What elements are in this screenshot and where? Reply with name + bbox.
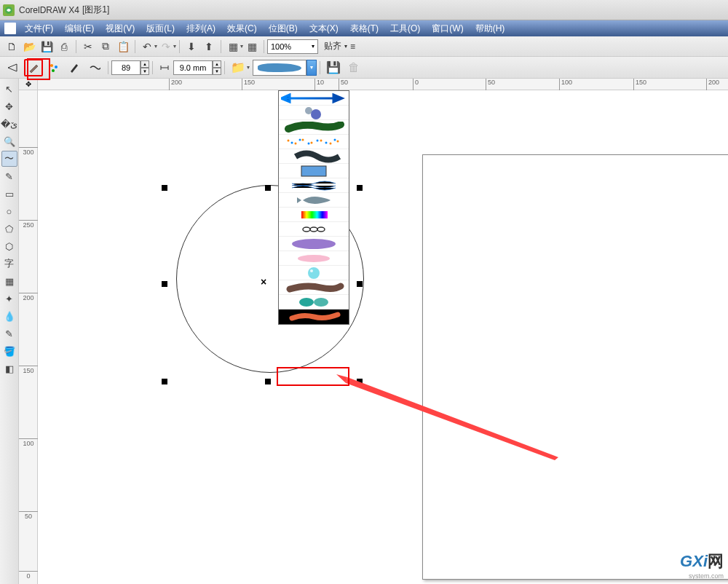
smoothing-spinner[interactable]: ▲▼: [141, 60, 149, 75]
menu-edit[interactable]: 编辑(E): [59, 21, 100, 36]
brush-stroke-preview[interactable]: [253, 60, 306, 76]
brush-item-green-stroke[interactable]: [279, 120, 349, 135]
zoom-combo[interactable]: 100% ▾: [267, 39, 318, 54]
svg-point-17: [325, 141, 328, 143]
watermark-wang: 网: [708, 552, 724, 570]
brush-dropdown-button[interactable]: ▾: [306, 60, 317, 76]
brush-item-teal-drops[interactable]: [279, 295, 349, 309]
redo-dropdown-icon[interactable]: ▾: [173, 43, 176, 50]
width-spinner[interactable]: ▲▼: [213, 60, 221, 75]
brush-item-twist-dark[interactable]: [279, 149, 349, 164]
copy-button[interactable]: ⧉: [98, 39, 114, 55]
menu-table[interactable]: 表格(T): [344, 21, 384, 36]
import-button[interactable]: ⬇: [183, 39, 199, 55]
shape-tool[interactable]: ✥: [1, 98, 17, 114]
redo-button[interactable]: ↷: [158, 39, 174, 55]
text-tool[interactable]: 字: [1, 256, 17, 272]
app-launcher-button[interactable]: ▦: [225, 39, 241, 55]
selection-center-icon[interactable]: ×: [261, 276, 266, 288]
menu-tools[interactable]: 工具(O): [384, 21, 426, 36]
delete-brush-button[interactable]: 🗑: [344, 59, 363, 76]
menu-window[interactable]: 窗口(W): [426, 21, 469, 36]
menu-text[interactable]: 文本(X): [304, 21, 344, 36]
brush-item-confetti[interactable]: [279, 135, 349, 149]
ellipse-tool[interactable]: ○: [1, 203, 17, 219]
eyedropper-tool[interactable]: 💧: [1, 308, 17, 324]
preset-tool-icon[interactable]: [4, 59, 23, 76]
rectangle-tool[interactable]: ▭: [1, 186, 17, 202]
cut-button[interactable]: ✂: [80, 39, 96, 55]
welcome-screen-button[interactable]: ▦: [244, 39, 260, 55]
ruler-tick: 300: [19, 147, 38, 156]
save-button[interactable]: 💾: [39, 39, 55, 55]
snap-control[interactable]: 贴齐 ▾ ≡: [324, 40, 355, 52]
snap-label: 贴齐: [324, 40, 341, 52]
undo-dropdown-icon[interactable]: ▾: [154, 43, 157, 50]
paste-button[interactable]: 📋: [115, 39, 131, 55]
print-button[interactable]: ⎙: [56, 39, 72, 55]
selection-handle-s[interactable]: [265, 379, 271, 384]
brush-item-arrow[interactable]: [279, 91, 349, 106]
table-tool[interactable]: ▦: [1, 273, 17, 289]
interactive-fill-tool[interactable]: ◧: [1, 360, 17, 376]
brush-item-fish[interactable]: [279, 193, 349, 208]
brush-stroke-dropdown[interactable]: [278, 90, 349, 325]
undo-button[interactable]: ↶: [139, 39, 155, 55]
brush-item-halftone[interactable]: [279, 164, 349, 178]
options-icon[interactable]: ≡: [350, 42, 355, 52]
title-bar: CorelDRAW X4 [图形1]: [0, 0, 728, 20]
separator: [264, 40, 264, 53]
open-button[interactable]: 📂: [21, 39, 37, 55]
brush-item-fiber[interactable]: [279, 178, 349, 193]
basic-shapes-tool[interactable]: ⬡: [1, 238, 17, 254]
smoothing-input[interactable]: [111, 60, 141, 75]
brush-item-brown-stroke[interactable]: [279, 280, 349, 295]
selection-handle-sw[interactable]: [162, 379, 167, 384]
pick-tool[interactable]: ↖: [1, 81, 17, 97]
selection-handle-nw[interactable]: [162, 185, 167, 191]
menu-file[interactable]: 文件(F): [19, 21, 59, 36]
menu-arrange[interactable]: 排列(A): [181, 21, 221, 36]
menu-effects[interactable]: 效果(C): [221, 21, 263, 36]
freehand-tool[interactable]: 〜: [1, 151, 17, 167]
calligraphic-tool-icon[interactable]: [65, 59, 84, 76]
save-brush-button[interactable]: 💾: [324, 59, 343, 76]
width-input[interactable]: [173, 60, 213, 75]
vertical-ruler[interactable]: 300250200150100500: [19, 90, 38, 584]
menu-view[interactable]: 视图(V): [100, 21, 141, 36]
brush-item-rainbow[interactable]: [279, 208, 349, 222]
brush-item-pink-dab[interactable]: [279, 251, 349, 266]
brush-item-bubble[interactable]: [279, 266, 349, 280]
brush-item-spheres[interactable]: [279, 106, 349, 120]
fill-tool[interactable]: 🪣: [1, 343, 17, 359]
zoom-tool[interactable]: 🔍: [1, 133, 17, 149]
drawing-canvas[interactable]: ×: [38, 90, 728, 584]
crop-tool[interactable]: �ێ: [1, 116, 17, 132]
ruler-origin[interactable]: ✥: [19, 79, 38, 90]
brush-item-orange-flame[interactable]: [279, 309, 349, 324]
polygon-tool[interactable]: ⬠: [1, 221, 17, 237]
brush-tool-button[interactable]: [24, 59, 43, 76]
selection-handle-ne[interactable]: [357, 185, 363, 191]
menu-help[interactable]: 帮助(H): [470, 21, 511, 36]
brush-item-purple-smudge[interactable]: [279, 237, 349, 251]
browse-button[interactable]: 📁: [229, 59, 248, 76]
selection-handle-w[interactable]: [162, 281, 167, 287]
selection-handle-e[interactable]: [357, 281, 363, 287]
menu-layout[interactable]: 版面(L): [141, 21, 181, 36]
pressure-tool-icon[interactable]: [85, 59, 104, 76]
ruler-tick: 0: [19, 571, 38, 580]
export-button[interactable]: ⬆: [201, 39, 217, 55]
brush-item-chain[interactable]: [279, 222, 349, 237]
svg-point-5: [311, 109, 321, 119]
sprayer-tool-icon[interactable]: [44, 59, 63, 76]
selection-handle-n[interactable]: [265, 185, 271, 191]
launcher-dropdown-icon[interactable]: ▾: [240, 43, 243, 50]
new-button[interactable]: 🗋: [4, 39, 20, 55]
horizontal-ruler[interactable]: 2001501050050100150200: [38, 79, 728, 90]
menu-bitmaps[interactable]: 位图(B): [263, 21, 304, 36]
browse-dropdown-icon[interactable]: ▾: [247, 64, 250, 71]
smart-fill-tool[interactable]: ✎: [1, 168, 17, 184]
outline-tool[interactable]: ✎: [1, 325, 17, 342]
interactive-tool[interactable]: ✦: [1, 291, 17, 307]
